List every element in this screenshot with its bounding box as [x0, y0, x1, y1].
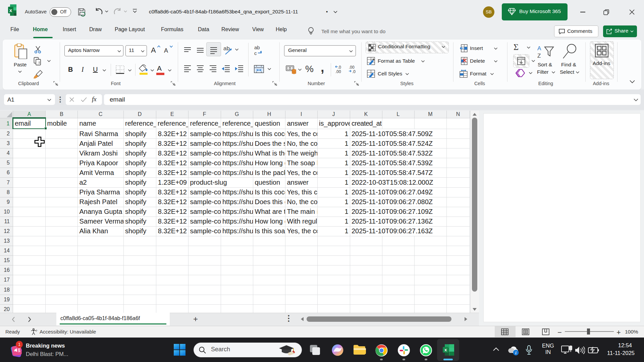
svg-text:ab: ab	[254, 45, 260, 50]
svg-text:x: x	[444, 347, 447, 352]
svg-text:.0: .0	[352, 69, 356, 74]
svg-text:x: x	[9, 7, 12, 13]
svg-text:?: ?	[36, 329, 37, 333]
svg-text:.00: .00	[335, 69, 341, 74]
svg-text:.0: .0	[338, 65, 341, 70]
svg-text:c: c	[254, 50, 257, 56]
svg-text:Z: Z	[537, 53, 541, 59]
svg-text:A: A	[537, 45, 541, 52]
svg-text:.00: .00	[349, 65, 355, 70]
svg-text:ab: ab	[223, 45, 230, 52]
